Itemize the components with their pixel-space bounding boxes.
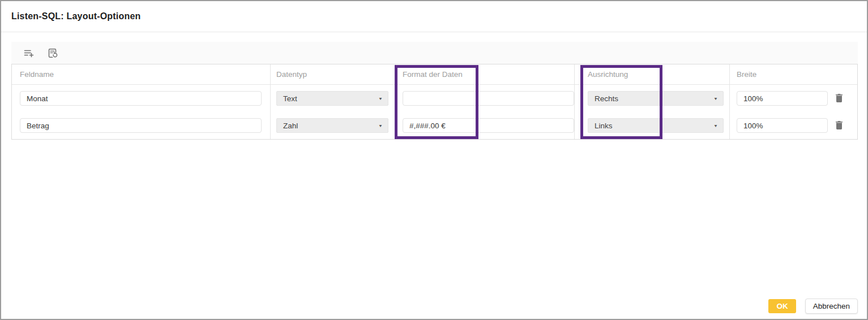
chevron-down-icon: ▼ <box>713 96 718 101</box>
table-row <box>730 112 857 139</box>
ok-button[interactable]: OK <box>768 299 796 313</box>
table-row <box>12 112 270 139</box>
column-header-feldname: Feldname <box>12 64 270 85</box>
fields-table: Feldname Datentyp Text ▼ <box>11 64 858 140</box>
datentyp-select-row1[interactable]: Text ▼ <box>276 91 388 106</box>
fields-toolbar <box>11 42 858 64</box>
table-row <box>730 85 857 112</box>
dialog-footer: OK Abbrechen <box>768 299 858 314</box>
feldname-input-row1[interactable] <box>20 91 262 106</box>
table-row: Text ▼ <box>271 85 395 112</box>
cancel-button[interactable]: Abbrechen <box>805 299 858 314</box>
column-ausrichtung: Ausrichtung Rechts ▼ Links ▼ <box>574 64 729 139</box>
trash-icon <box>834 92 844 105</box>
delete-row-button-row1[interactable] <box>833 93 845 104</box>
table-row: Rechts ▼ <box>575 85 729 112</box>
trash-icon <box>834 119 844 132</box>
column-datentyp: Datentyp Text ▼ Zahl ▼ <box>270 64 395 139</box>
add-row-button[interactable] <box>23 47 35 59</box>
format-input-row2[interactable] <box>403 118 574 133</box>
dialog-title: Listen-SQL: Layout-Optionen <box>11 11 141 21</box>
ausrichtung-select-row1[interactable]: Rechts ▼ <box>588 91 724 106</box>
column-header-datentyp: Datentyp <box>271 64 395 85</box>
column-header-format: Format der Daten <box>396 64 574 85</box>
feldname-input-row2[interactable] <box>20 118 262 133</box>
breite-input-row2[interactable] <box>737 118 828 133</box>
table-row <box>396 112 574 139</box>
ausrichtung-value-row1: Rechts <box>595 94 618 103</box>
table-row <box>396 85 574 112</box>
column-header-breite: Breite <box>730 64 857 85</box>
ausrichtung-value-row2: Links <box>595 122 613 130</box>
column-format: Format der Daten <box>395 64 574 139</box>
add-row-icon <box>23 47 35 59</box>
breite-input-row1[interactable] <box>737 91 828 106</box>
delete-row-button-row2[interactable] <box>833 120 845 131</box>
column-breite: Breite <box>729 64 857 139</box>
chevron-down-icon: ▼ <box>378 96 383 101</box>
reset-layout-icon <box>47 47 58 59</box>
table-row <box>12 85 270 112</box>
column-feldname: Feldname <box>12 64 270 139</box>
table-row: Links ▼ <box>575 112 729 139</box>
fields-card: Feldname Datentyp Text ▼ <box>11 42 858 140</box>
datentyp-value-row1: Text <box>283 94 297 103</box>
ausrichtung-select-row2[interactable]: Links ▼ <box>588 118 724 133</box>
layout-options-dialog: Listen-SQL: Layout-Optionen <box>0 0 868 320</box>
reset-layout-button[interactable] <box>46 47 59 59</box>
table-row: Zahl ▼ <box>271 112 395 139</box>
chevron-down-icon: ▼ <box>378 123 383 128</box>
dialog-titlebar: Listen-SQL: Layout-Optionen <box>1 1 867 32</box>
datentyp-select-row2[interactable]: Zahl ▼ <box>276 118 388 133</box>
format-input-row1[interactable] <box>403 91 574 106</box>
datentyp-value-row2: Zahl <box>283 122 298 130</box>
chevron-down-icon: ▼ <box>713 123 718 128</box>
column-header-ausrichtung: Ausrichtung <box>575 64 729 85</box>
